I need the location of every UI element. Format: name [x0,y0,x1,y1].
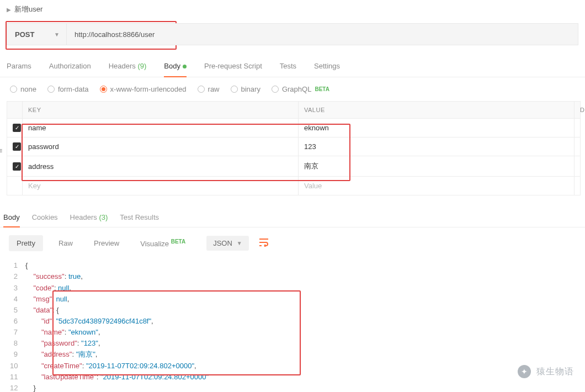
watermark-text: 猿生物语 [536,366,574,378]
code-line: 10 "createTime": "2019-11-07T02:09:24.80… [10,361,575,372]
line-number: 7 [10,327,25,338]
format-pretty[interactable]: Pretty [9,235,43,251]
checkbox-icon[interactable]: ✓ [13,142,21,151]
tab-settings[interactable]: Settings [314,56,340,77]
caret-right-icon: ▶ [7,7,11,13]
resp-tab-body[interactable]: Body [3,213,20,227]
resp-tab-cookies[interactable]: Cookies [32,213,58,227]
response-body-code[interactable]: 1{2 "success": true,3 "code": null,4 "ms… [0,259,585,392]
watermark: ✦ 猿生物语 [518,365,574,378]
chevron-down-icon: ▼ [54,31,60,38]
radio-graphql[interactable]: GraphQL BETA [272,85,329,93]
line-number: 1 [10,260,25,271]
line-number: 10 [10,361,25,372]
format-visualize[interactable]: Visualize BETA [135,235,191,251]
line-number: 6 [10,316,25,327]
code-line: 3 "code": null, [10,283,575,294]
line-number: 3 [10,283,25,294]
cell-value[interactable]: 南京 [299,156,575,177]
radio-icon [231,86,238,93]
cell-value[interactable]: eknown [299,119,575,137]
radio-formdata[interactable]: form-data [47,85,89,93]
table-row-placeholder[interactable]: KeyValue [7,177,581,195]
cell-key[interactable]: address [23,156,299,177]
url-input[interactable] [67,24,578,45]
code-content: "id": "5dc37cd4389792496cf41c8f", [25,316,153,327]
radio-icon [272,86,279,93]
line-number: 12 [10,383,25,392]
line-number: 11 [10,372,25,383]
resp-tab-testresults[interactable]: Test Results [120,213,159,227]
url-row: POST ▼ [7,23,578,45]
body-type-row: none form-data x-www-form-urlencoded raw… [0,77,585,99]
code-line: 8 "password": "123", [10,338,575,349]
tab-body[interactable]: Body [164,56,187,77]
tab-authorization[interactable]: Authorization [49,56,91,77]
tab-prereq[interactable]: Pre-request Script [204,56,262,77]
response-tabs: Body Cookies Headers (3) Test Results [0,195,585,227]
resp-tab-headers[interactable]: Headers (3) [70,213,108,227]
wrap-lines-icon[interactable] [259,238,269,248]
table-row[interactable]: ✓password123 [7,137,581,156]
cell-key[interactable]: password [23,137,299,156]
code-line: 6 "id": "5dc37cd4389792496cf41c8f", [10,316,575,327]
request-name-row[interactable]: ▶ 新增user [0,0,585,19]
line-number: 4 [10,294,25,305]
line-number: 2 [10,271,25,282]
chevron-down-icon: ▼ [237,240,242,246]
radio-icon [47,86,55,93]
tab-tests[interactable]: Tests [280,56,296,77]
wechat-icon: ✦ [518,365,531,378]
request-tabs: Params Authorization Headers (9) Body Pr… [0,56,585,77]
radio-raw[interactable]: raw [198,85,220,93]
code-content: } [25,383,36,392]
radio-icon [10,86,17,93]
method-select[interactable]: POST ▼ [7,24,67,45]
radio-urlencoded[interactable]: x-www-form-urlencoded [100,85,187,93]
code-content: "code": null, [25,283,71,294]
code-line: 5 "data": { [10,305,575,316]
form-data-table: KEY VALUE D ✓nameeknown✓password123✓addr… [7,101,581,195]
header-value: VALUE [299,102,575,119]
code-content: "name": "eknown", [25,327,100,338]
drag-handle-icon[interactable]: ≡ [0,147,2,155]
placeholder-key[interactable]: Key [23,177,299,195]
cell-value[interactable]: 123 [299,137,575,156]
line-number: 8 [10,338,25,349]
cell-key[interactable]: name [23,119,299,137]
radio-icon [100,86,107,93]
code-content: "success": true, [25,271,83,282]
format-json-select[interactable]: JSON▼ [206,236,249,251]
tab-headers[interactable]: Headers (9) [109,56,147,77]
checkbox-icon[interactable]: ✓ [13,124,21,132]
radio-none[interactable]: none [10,85,36,93]
table-row[interactable]: ✓nameeknown [7,119,581,137]
tab-params[interactable]: Params [7,56,31,77]
code-line: 11 "lastUpdateTime": "2019-11-07T02:09:2… [10,372,575,383]
radio-binary[interactable]: binary [231,85,260,93]
table-row[interactable]: ✓address南京 [7,156,581,177]
table-header-row: KEY VALUE D [7,102,581,119]
format-raw[interactable]: Raw [53,236,78,251]
code-line: 7 "name": "eknown", [10,327,575,338]
format-preview[interactable]: Preview [88,236,125,251]
method-label: POST [15,30,34,39]
code-content: "password": "123", [25,338,100,349]
header-desc: D [575,102,581,119]
request-name: 新增user [14,4,42,14]
line-number: 5 [10,305,25,316]
dot-icon [183,65,187,68]
line-number: 9 [10,349,25,360]
code-line: 1{ [10,260,575,271]
code-content: "data": { [25,305,59,316]
radio-icon [198,86,205,93]
code-line: 4 "msg": null, [10,294,575,305]
code-line: 9 "address": "南京", [10,349,575,360]
placeholder-value[interactable]: Value [299,177,575,195]
response-format-row: Pretty Raw Preview Visualize BETA JSON▼ [0,227,585,259]
code-content: "address": "南京", [25,349,97,360]
code-line: 12 } [10,383,575,392]
code-line: 2 "success": true, [10,271,575,282]
checkbox-icon[interactable]: ✓ [13,162,21,171]
code-content: { [25,260,28,271]
